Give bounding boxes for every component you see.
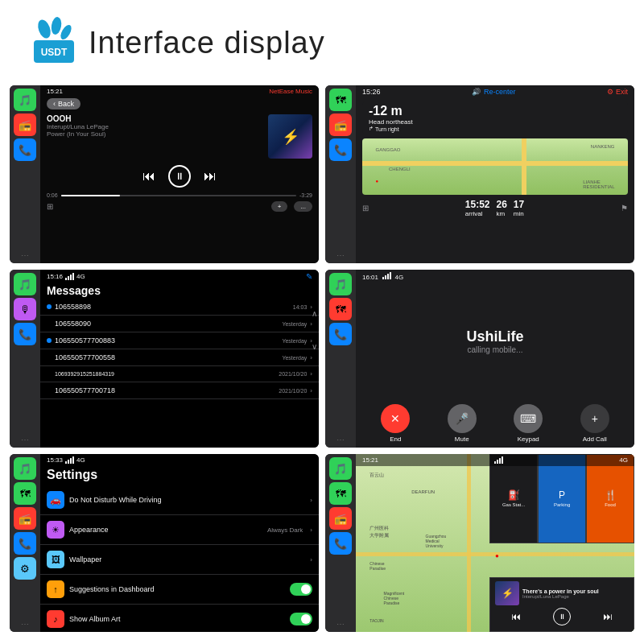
more-options-button[interactable]: ... xyxy=(294,201,312,212)
multi-sidebar-phone[interactable]: 📞 xyxy=(329,532,352,555)
message-item-3[interactable]: 106550577700558 Yesterday › xyxy=(40,349,319,366)
settings-sidebar-music[interactable]: 🎵 xyxy=(14,457,36,480)
multi-rewind-button[interactable]: ⏮ xyxy=(511,611,521,622)
fast-forward-button[interactable]: ⏭ xyxy=(204,169,217,184)
settings-do-not-disturb[interactable]: 🚗 Do Not Disturb While Driving › xyxy=(40,485,319,515)
mute-wrap: 🎤 Mute xyxy=(448,404,477,443)
contact-name: 106558898 xyxy=(55,303,293,311)
maps-turn: ↱ Turn right xyxy=(369,126,621,132)
settings-list: 🚗 Do Not Disturb While Driving › ☀ Appea… xyxy=(40,485,319,632)
message-item-0[interactable]: 106558898 14:03 › xyxy=(40,299,319,316)
multi-sidebar-music[interactable]: 🎵 xyxy=(329,457,352,480)
keypad-button[interactable]: ⌨ xyxy=(514,404,543,433)
gas-station-card[interactable]: ⛽ Gas Stat... xyxy=(489,454,538,543)
music-actions: + ... xyxy=(271,201,312,212)
msg-sidebar-podcast[interactable]: 🎙 xyxy=(14,298,36,320)
maps-header: 15:26 🔊 Re-center ⚙ Exit xyxy=(356,85,634,97)
end-call-button[interactable]: ✕ xyxy=(381,404,410,433)
exit-label: Exit xyxy=(616,88,628,96)
album-art-icon: ♪ xyxy=(47,610,64,628)
turn-label: Turn right xyxy=(375,126,399,132)
settings-album-art[interactable]: ♪ Show Album Art xyxy=(40,605,319,632)
settings-signal xyxy=(65,456,74,464)
maps-sidebar-phone[interactable]: 📞 xyxy=(329,138,352,161)
settings-sidebar-dots[interactable]: ⋯ xyxy=(21,620,29,629)
parking-card[interactable]: P Parking xyxy=(538,454,586,543)
rewind-button[interactable]: ⏮ xyxy=(142,169,155,184)
add-to-playlist-button[interactable]: + xyxy=(271,201,288,212)
scroll-down-icon[interactable]: ∨ xyxy=(312,342,317,351)
progress-track[interactable] xyxy=(61,195,296,196)
multi-sidebar-radio[interactable]: 📻 xyxy=(329,507,352,530)
bar1 xyxy=(494,461,496,464)
music-album-art: ⚡ xyxy=(268,114,312,159)
maps-sidebar-radio[interactable]: 📻 xyxy=(329,114,352,136)
sidebar-icon-radio[interactable]: 📻 xyxy=(14,114,36,136)
sidebar-icon-phone[interactable]: 📞 xyxy=(14,138,36,161)
message-item-4[interactable]: 1069392915251884319 2021/10/20 › xyxy=(40,366,319,382)
maps-sidebar-maps[interactable]: 🗺 xyxy=(329,89,352,111)
recenter-button[interactable]: 🔊 Re-center xyxy=(472,88,516,96)
dnd-chevron-icon: › xyxy=(310,497,312,504)
map-horizontal-road xyxy=(362,161,628,166)
contact-name: 106550577700718 xyxy=(55,386,279,394)
multi-play-button[interactable]: ⏸ xyxy=(553,608,571,625)
sidebar-dots[interactable]: ⋯ xyxy=(21,251,29,260)
grid-icon[interactable]: ⊞ xyxy=(47,202,53,211)
multi-map-v-road xyxy=(467,454,471,632)
multi-forward-button[interactable]: ⏭ xyxy=(603,611,613,622)
bar1 xyxy=(65,278,67,280)
album-art-toggle[interactable] xyxy=(290,613,312,625)
call-sidebar-maps[interactable]: 🗺 xyxy=(329,298,352,320)
sidebar-icon-music[interactable]: 🎵 xyxy=(14,89,36,111)
multi-sidebar-maps[interactable]: 🗺 xyxy=(329,482,352,505)
message-item-2[interactable]: 106550577700883 Yesterday › xyxy=(40,332,319,349)
settings-sidebar: 🎵 🗺 📻 📞 ⚙ ⋯ xyxy=(10,454,40,632)
scroll-up-icon[interactable]: ∧ xyxy=(312,309,317,318)
play-pause-button[interactable]: ⏸ xyxy=(168,165,191,188)
settings-wallpaper[interactable]: 🖼 Wallpaper › xyxy=(40,545,319,575)
music-card-album: ⚡ xyxy=(495,581,519,605)
settings-sidebar-maps[interactable]: 🗺 xyxy=(14,482,36,505)
dnd-icon: 🚗 xyxy=(47,491,64,509)
mute-button[interactable]: 🎤 xyxy=(448,404,477,433)
food-card[interactable]: 🍴 Food xyxy=(586,454,634,543)
usdt-logo: USDT xyxy=(16,14,89,71)
message-item-5[interactable]: 106550577700718 2021/10/20 › xyxy=(40,382,319,399)
multi-signal xyxy=(494,456,503,464)
settings-suggestions[interactable]: ↑ Suggestions in Dashboard xyxy=(40,575,319,605)
messages-edit-button[interactable]: ✎ xyxy=(306,272,312,281)
multitask-sidebar: 🎵 🗺 📻 📞 ⋯ xyxy=(325,454,356,632)
maps-grid-icon[interactable]: ⊞ xyxy=(362,204,369,213)
multitask-content: 百云山 DEARFUN 广州医科大学附属 GuangzhouMedicalUni… xyxy=(356,454,634,632)
settings-sidebar-settings[interactable]: ⚙ xyxy=(14,557,36,580)
mute-label: Mute xyxy=(455,436,469,443)
maps-sidebar-dots[interactable]: ⋯ xyxy=(336,251,345,260)
scroll-controls[interactable]: ∧ ∨ xyxy=(312,309,317,351)
multitask-poi-cards: ⛽ Gas Stat... P Parking 🍴 Food xyxy=(489,454,634,543)
suggestions-toggle[interactable] xyxy=(290,583,312,596)
back-label: Back xyxy=(58,100,74,108)
music-back-button[interactable]: ‹ Back xyxy=(47,98,80,109)
multi-sidebar-dots[interactable]: ⋯ xyxy=(336,620,345,629)
msg-sidebar-dots[interactable]: ⋯ xyxy=(21,436,29,444)
message-item-1[interactable]: 106558090 Yesterday › xyxy=(40,316,319,332)
maps-view[interactable]: GANGGAO NANKENG CHENGLI LIANHERESIDENTIA… xyxy=(362,138,628,195)
call-sidebar-phone[interactable]: 📞 xyxy=(329,323,352,345)
settings-appearance[interactable]: ☀ Appearance Always Dark › xyxy=(40,515,319,545)
messages-time: 15:16 xyxy=(47,273,63,280)
call-sidebar-dots[interactable]: ⋯ xyxy=(336,436,345,444)
add-call-button[interactable]: + xyxy=(580,404,609,433)
msg-sidebar-phone[interactable]: 📞 xyxy=(14,323,36,345)
maps-arrival-time: 15:52 arrival xyxy=(465,199,490,217)
settings-sidebar-radio[interactable]: 📻 xyxy=(14,507,36,530)
exit-button[interactable]: ⚙ Exit xyxy=(607,88,628,96)
gas-label: Gas Stat... xyxy=(502,502,525,507)
maps-bookmark-icon[interactable]: ⚑ xyxy=(621,204,628,213)
msg-sidebar-music[interactable]: 🎵 xyxy=(14,273,36,295)
contact-name: 106558090 xyxy=(55,320,282,328)
settings-sidebar-phone[interactable]: 📞 xyxy=(14,532,36,555)
food-icon: 🍴 xyxy=(605,489,617,501)
wallpaper-icon: 🖼 xyxy=(47,551,64,568)
call-sidebar-music[interactable]: 🎵 xyxy=(329,273,352,295)
